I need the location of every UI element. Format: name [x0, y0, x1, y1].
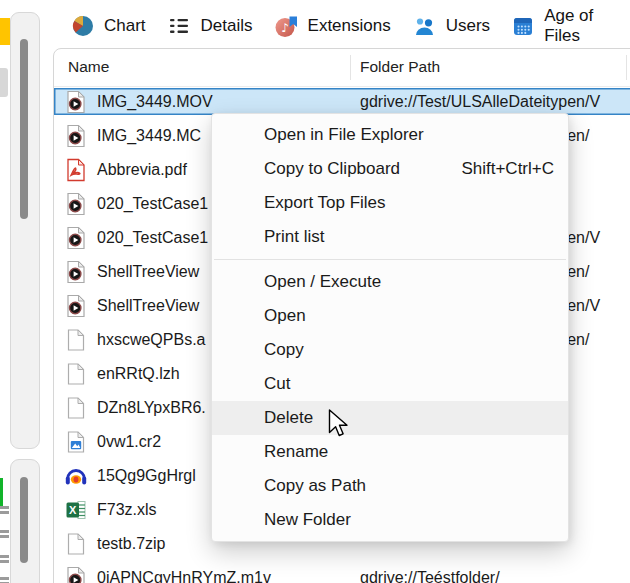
menu-item-label: Print list: [264, 227, 324, 247]
file-name: 15Qg9GgHrgl: [97, 467, 196, 485]
file-name: 020_TestCase1: [97, 229, 208, 247]
music-extension-icon: ♪: [274, 14, 299, 39]
menu-item-export-top-files[interactable]: Export Top Files: [212, 186, 568, 220]
tab-label: Extensions: [308, 16, 391, 36]
scrollbar-thumb[interactable]: [20, 39, 28, 219]
tab-label: Details: [201, 16, 253, 36]
video-file-icon: [64, 293, 88, 318]
menu-item-label: Export Top Files: [264, 193, 386, 213]
column-divider[interactable]: [350, 55, 351, 80]
treemap-yellow-block: [0, 18, 10, 45]
menu-item-delete[interactable]: Delete: [212, 401, 568, 435]
menu-item-rename[interactable]: Rename: [212, 435, 568, 469]
video-file-icon: [64, 565, 88, 583]
file-name: Abbrevia.pdf: [97, 161, 187, 179]
file-name: DZn8LYpxBR6.: [97, 399, 206, 417]
file-name: ShellTreeView: [97, 263, 199, 281]
column-header-folder-path[interactable]: Folder Path: [360, 58, 440, 76]
menu-item-label: Copy: [264, 340, 304, 360]
file-name: F73z.xls: [97, 501, 157, 519]
menu-item-label: Open in File Explorer: [264, 125, 424, 145]
legend-gray-bar: [0, 506, 9, 509]
menu-item-label: Rename: [264, 442, 328, 462]
column-header-name[interactable]: Name: [68, 58, 109, 76]
generic-file-icon: [64, 361, 88, 386]
legend-gray-bar: [0, 530, 9, 533]
file-name: 0jAPNCgyHnRYmZ.m1v: [97, 569, 271, 583]
generic-file-icon: [64, 395, 88, 420]
excel-file-icon: X: [64, 497, 88, 522]
tab-label: Users: [446, 16, 490, 36]
mouse-cursor-icon: [328, 409, 348, 442]
details-list-icon: [167, 14, 192, 39]
view-tabs-toolbar: Chart Details ♪ Extensions Users Age of …: [70, 8, 630, 44]
tab-label: Chart: [104, 16, 146, 36]
menu-item-open-execute[interactable]: Open / Execute: [212, 265, 568, 299]
menu-item-copy-as-path[interactable]: Copy as Path: [212, 469, 568, 503]
menu-item-label: Delete: [264, 408, 313, 428]
menu-item-label: New Folder: [264, 510, 351, 530]
generic-file-icon: [64, 327, 88, 352]
treemap-gray-block: [0, 68, 8, 97]
menu-shortcut: Shift+Ctrl+C: [461, 159, 554, 179]
svg-text:X: X: [69, 504, 77, 516]
file-name: enRRtQ.lzh: [97, 365, 180, 383]
menu-item-label: Open: [264, 306, 306, 326]
video-file-icon: [64, 225, 88, 250]
file-name: 020_TestCase1: [97, 195, 208, 213]
generic-file-icon: [64, 531, 88, 556]
video-file-icon: [64, 191, 88, 216]
menu-separator: [214, 259, 566, 260]
menu-item-label: Copy to Clipboard: [264, 159, 400, 179]
calendar-icon: [511, 14, 535, 39]
video-file-icon: [64, 259, 88, 284]
audio-file-icon: [64, 463, 88, 488]
pdf-file-icon: [64, 157, 88, 182]
menu-item-label: Copy as Path: [264, 476, 366, 496]
column-divider[interactable]: [626, 55, 627, 80]
file-name: ShellTreeView: [97, 297, 199, 315]
menu-item-label: Open / Execute: [264, 272, 381, 292]
tab-users[interactable]: Users: [412, 14, 490, 39]
tab-details[interactable]: Details: [167, 14, 253, 39]
tab-age-of-files[interactable]: Age of Files: [511, 6, 630, 46]
menu-item-open-in-file-explorer[interactable]: Open in File Explorer: [212, 118, 568, 152]
menu-item-new-folder[interactable]: New Folder: [212, 503, 568, 537]
file-path: gdrive://Test/ULSAlleDateitypen/V: [360, 88, 600, 115]
file-name: hxscweQPBs.a: [97, 331, 205, 349]
tab-extensions[interactable]: ♪ Extensions: [274, 14, 391, 39]
app-window: Chart Details ♪ Extensions Users Age of …: [0, 0, 630, 583]
video-file-icon: [64, 123, 88, 148]
video-file-icon: [64, 89, 88, 114]
file-name: 0vw1.cr2: [97, 433, 161, 451]
file-path: gdrive://Teéstfolder/: [360, 564, 500, 583]
tab-label: Age of Files: [544, 6, 630, 46]
left-scroll-panel-top: [10, 12, 40, 449]
file-name: testb.7zip: [97, 535, 165, 553]
users-icon: [412, 14, 437, 39]
context-menu: Open in File Explorer Copy to Clipboard …: [211, 113, 569, 542]
legend-gray-bar: [0, 577, 9, 580]
legend-gray-bar: [0, 535, 9, 538]
list-header: Name Folder Path: [54, 49, 630, 87]
legend-gray-bar: [0, 555, 9, 558]
menu-item-cut[interactable]: Cut: [212, 367, 568, 401]
svg-text:♪: ♪: [281, 21, 289, 35]
image-file-icon: [64, 429, 88, 454]
file-name: IMG_3449.MOV: [97, 93, 213, 111]
scrollbar-thumb[interactable]: [20, 477, 28, 563]
table-row[interactable]: 0jAPNCgyHnRYmZ.m1v gdrive://Teéstfolder/: [54, 564, 630, 583]
menu-item-open[interactable]: Open: [212, 299, 568, 333]
menu-item-label: Cut: [264, 374, 290, 394]
legend-gray-bar: [0, 560, 9, 563]
menu-item-copy-to-clipboard[interactable]: Copy to Clipboard Shift+Ctrl+C: [212, 152, 568, 186]
tab-chart[interactable]: Chart: [70, 14, 146, 39]
file-name: IMG_3449.MC: [97, 127, 201, 145]
legend-green-bar: [0, 478, 3, 507]
left-scroll-panel-bottom: [10, 459, 40, 583]
legend-gray-bar: [0, 511, 9, 514]
menu-item-print-list[interactable]: Print list: [212, 220, 568, 254]
pie-chart-icon: [70, 14, 95, 39]
menu-item-copy[interactable]: Copy: [212, 333, 568, 367]
